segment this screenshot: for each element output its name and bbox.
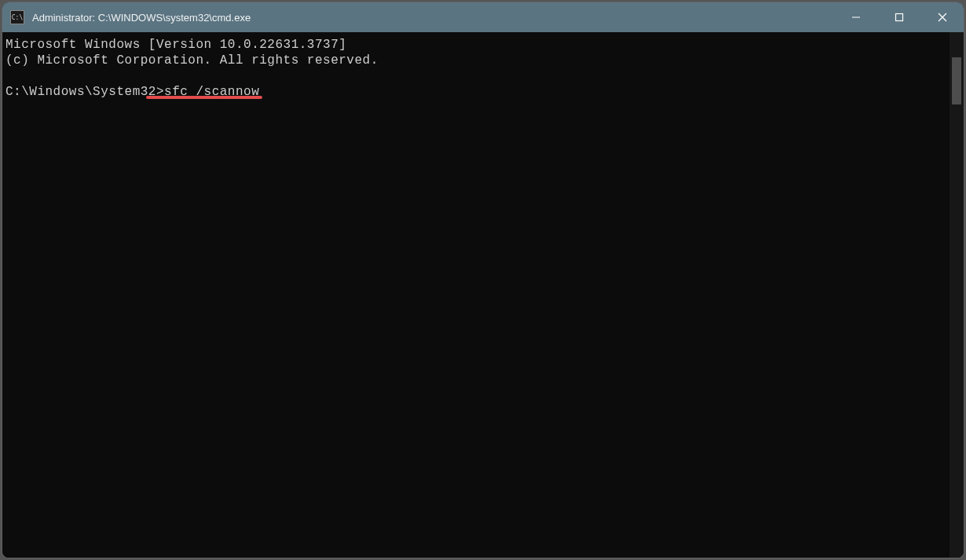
- cmd-window: C:\ Administrator: C:\WINDOWS\system32\c…: [2, 2, 964, 558]
- output-line: Microsoft Windows [Version 10.0.22631.37…: [5, 38, 346, 52]
- annotation-underline: [146, 96, 262, 99]
- maximize-button[interactable]: [877, 2, 920, 32]
- prompt: C:\Windows\System32>: [5, 85, 164, 99]
- close-icon: [938, 13, 947, 22]
- maximize-icon: [895, 13, 904, 22]
- close-button[interactable]: [920, 2, 964, 32]
- cmd-icon: C:\: [10, 10, 24, 24]
- titlebar[interactable]: C:\ Administrator: C:\WINDOWS\system32\c…: [2, 2, 964, 32]
- scrollbar-thumb[interactable]: [952, 57, 961, 104]
- svg-rect-1: [895, 14, 902, 21]
- window-title: Administrator: C:\WINDOWS\system32\cmd.e…: [32, 12, 834, 24]
- scrollbar[interactable]: [950, 32, 964, 558]
- terminal-area: Microsoft Windows [Version 10.0.22631.37…: [2, 32, 964, 558]
- minimize-button[interactable]: [834, 2, 877, 32]
- window-controls: [834, 2, 964, 32]
- output-line: (c) Microsoft Corporation. All rights re…: [5, 53, 379, 68]
- minimize-icon: [851, 13, 861, 22]
- terminal-output[interactable]: Microsoft Windows [Version 10.0.22631.37…: [2, 32, 950, 558]
